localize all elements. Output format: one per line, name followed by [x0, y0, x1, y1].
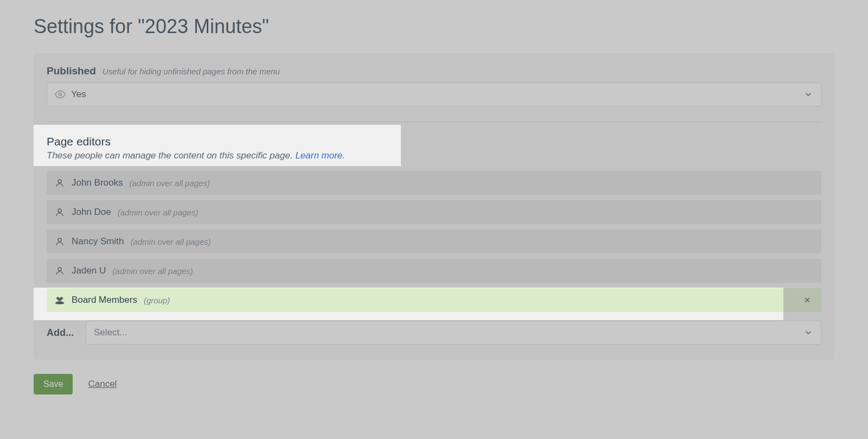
- page-editors-heading: Page editors: [47, 135, 821, 148]
- page-editors-section: Page editors These people can manage the…: [47, 135, 821, 345]
- section-divider: [47, 122, 821, 122]
- page-editors-subtext-text: These people can manage the content on t…: [47, 150, 293, 161]
- editor-row: Board Members(group): [47, 288, 821, 312]
- chevron-down-icon: [803, 328, 813, 338]
- learn-more-link[interactable]: Learn more.: [295, 150, 345, 161]
- user-icon: [54, 178, 65, 188]
- editor-note: (admin over all pages): [118, 208, 198, 217]
- user-icon: [54, 207, 65, 217]
- editor-note: (admin over all pages): [130, 179, 210, 188]
- published-field: Published Useful for hiding unfinished p…: [47, 65, 821, 106]
- add-editor-placeholder: Select...: [94, 327, 803, 338]
- editor-name: John Doe: [72, 207, 111, 218]
- editor-note: (admin over all pages): [130, 237, 210, 246]
- remove-editor-button[interactable]: [801, 294, 814, 307]
- add-editor-select[interactable]: Select...: [86, 321, 821, 345]
- save-button[interactable]: Save: [34, 374, 73, 395]
- svg-point-2: [58, 209, 61, 212]
- svg-point-7: [58, 298, 61, 301]
- editor-list: John Brooks(admin over all pages)John Do…: [47, 171, 821, 312]
- add-editor-row: Add... Select...: [47, 321, 821, 345]
- page-title: Settings for "2023 Minutes": [34, 15, 834, 38]
- editor-note: (admin over all pages): [112, 266, 193, 276]
- published-label: Published: [47, 65, 96, 77]
- group-icon: [54, 295, 65, 305]
- svg-point-3: [58, 238, 61, 241]
- editor-row: Jaden U(admin over all pages): [47, 259, 821, 283]
- footer-actions: Save Cancel: [34, 374, 834, 395]
- editor-name: Nancy Smith: [72, 236, 124, 247]
- editor-row: John Doe(admin over all pages): [47, 200, 821, 224]
- svg-point-0: [59, 93, 62, 96]
- user-icon: [54, 266, 65, 276]
- editor-name: John Brooks: [72, 177, 123, 188]
- editor-note: (group): [144, 296, 170, 305]
- page-editors-subtext: These people can manage the content on t…: [47, 150, 821, 161]
- close-icon: [803, 296, 812, 304]
- chevron-down-icon: [803, 90, 813, 99]
- published-hint: Useful for hiding unfinished pages from …: [103, 67, 280, 76]
- svg-point-4: [58, 268, 61, 271]
- add-label: Add...: [47, 327, 76, 339]
- editor-row: John Brooks(admin over all pages): [47, 171, 821, 195]
- editor-name: Board Members: [72, 295, 137, 306]
- svg-point-1: [58, 180, 61, 183]
- published-select[interactable]: Yes: [47, 82, 821, 106]
- published-value: Yes: [71, 89, 803, 100]
- editor-row: Nancy Smith(admin over all pages): [47, 230, 821, 253]
- user-icon: [54, 237, 65, 246]
- cancel-link[interactable]: Cancel: [88, 379, 117, 390]
- editor-name: Jaden U: [72, 265, 106, 276]
- settings-panel: Published Useful for hiding unfinished p…: [34, 53, 834, 360]
- eye-icon: [55, 89, 66, 100]
